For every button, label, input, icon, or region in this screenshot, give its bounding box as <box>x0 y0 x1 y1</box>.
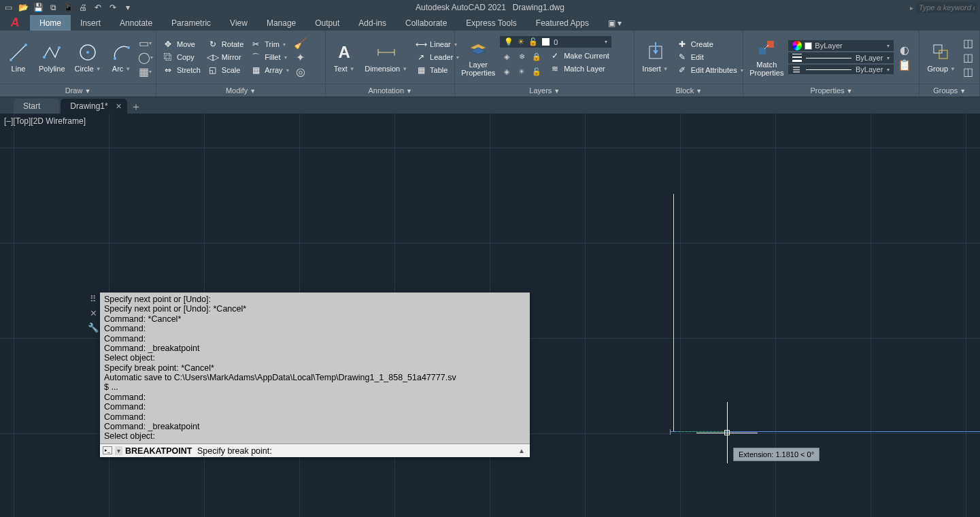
tab-annotate[interactable]: Annotate <box>110 15 162 31</box>
text-button[interactable]: A Text▼ <box>330 39 358 75</box>
makecurrent-button[interactable]: ✓Make Current <box>547 50 611 62</box>
plot-icon[interactable]: 🖨 <box>78 2 88 13</box>
open-icon[interactable]: 📂 <box>18 2 29 13</box>
tab-manage[interactable]: Manage <box>257 15 305 31</box>
scale-button[interactable]: ◱Scale <box>205 64 246 76</box>
command-history: Specify next point or [Undo]: Specify ne… <box>100 293 530 444</box>
search-input[interactable] <box>916 2 977 13</box>
tab-output[interactable]: Output <box>305 15 349 31</box>
cmd-expand-icon[interactable]: ▲ <box>516 447 527 454</box>
new-icon[interactable]: ▭ <box>3 2 14 13</box>
panel-title-properties[interactable]: Properties▼ <box>743 84 919 97</box>
cmd-handle[interactable]: ⠿ ✕ 🔧 <box>86 293 100 333</box>
close-icon[interactable]: ✕ <box>90 308 97 318</box>
save-icon[interactable]: 💾 <box>33 2 44 13</box>
array-button[interactable]: ▦Array▾ <box>248 64 290 76</box>
command-line[interactable]: BREAKATPOINT Specify break point: <box>125 446 513 456</box>
panel-title-layers[interactable]: Layers▼ <box>455 84 634 97</box>
cmd-recent-icon[interactable]: ▾ <box>115 446 122 455</box>
groupbbox-icon[interactable]: ◫ <box>962 65 975 78</box>
tab-start[interactable]: Start <box>14 99 59 114</box>
explode-icon[interactable]: ✦ <box>294 50 307 64</box>
svg-point-4 <box>58 46 61 49</box>
stretch-button[interactable]: ⇔Stretch <box>160 64 203 76</box>
undo-icon[interactable]: ↶ <box>92 2 103 13</box>
ungroup-icon[interactable]: ◫ <box>962 36 975 50</box>
tab-addins[interactable]: Add-ins <box>349 15 396 31</box>
chevron-down-icon[interactable]: ▼ <box>125 66 131 72</box>
line-button[interactable]: Line <box>4 39 33 75</box>
matchlayer-button[interactable]: ≋Match Layer <box>547 63 611 75</box>
tab-home[interactable]: Home <box>30 15 71 31</box>
linetype-dropdown[interactable]: ≡ByLayer ▾ <box>788 65 894 74</box>
layer-dropdown[interactable]: 💡 ☀ 🔓 0 ▾ <box>500 36 611 48</box>
tab-parametric[interactable]: Parametric <box>162 15 220 31</box>
chevron-down-icon[interactable]: ▼ <box>96 66 101 72</box>
close-icon[interactable]: ✕ <box>116 102 122 111</box>
rectangle-icon[interactable]: ▭ ▾ <box>139 36 152 50</box>
copy-button[interactable]: ⿻Copy <box>160 51 203 63</box>
arc-button[interactable]: Arc▼ <box>107 39 136 75</box>
edit-button[interactable]: ✎Edit <box>675 51 745 63</box>
layerunlock-icon[interactable]: 🔓 <box>530 65 543 78</box>
group-button[interactable]: Group▼ <box>924 39 959 75</box>
listprop-icon[interactable]: 📋 <box>898 58 911 71</box>
tab-drawing1[interactable]: Drawing1* ✕ <box>61 99 126 114</box>
rotate-icon: ↻ <box>207 39 218 50</box>
saveas-icon[interactable]: ⧉ <box>48 2 58 13</box>
circle-button[interactable]: Circle▼ <box>71 39 105 75</box>
panel-title-block[interactable]: Block▼ <box>635 84 743 97</box>
leader-button[interactable]: ↗Leader▾ <box>413 51 461 63</box>
tab-view[interactable]: View <box>220 15 257 31</box>
tab-overflow[interactable]: ▣ ▾ <box>598 15 631 31</box>
redo-icon[interactable]: ↷ <box>107 2 118 13</box>
command-window[interactable]: ⠿ ✕ 🔧 Specify next point or [Undo]: Spec… <box>100 293 530 457</box>
svg-point-8 <box>127 46 130 49</box>
panel-title-modify[interactable]: Modify▼ <box>156 84 325 97</box>
layerthaw-icon[interactable]: ☀ <box>515 65 528 78</box>
groupedit-icon[interactable]: ◫ <box>962 50 975 64</box>
layeroff-icon[interactable]: ◈ <box>500 50 513 63</box>
matchproperties-button[interactable]: MatchProperties <box>747 35 785 79</box>
hatch-icon[interactable]: ▦ ▾ <box>139 65 152 78</box>
linear-button[interactable]: ⟷Linear▾ <box>413 38 461 50</box>
view-label[interactable]: [–][Top][2D Wireframe] <box>4 116 86 126</box>
wrench-icon[interactable]: 🔧 <box>88 322 99 333</box>
color-dropdown[interactable]: ByLayer ▾ <box>788 40 894 51</box>
lineweight-dropdown[interactable]: ByLayer ▾ <box>788 52 894 63</box>
move-button[interactable]: ✥Move <box>160 38 203 50</box>
tab-expresstools[interactable]: Express Tools <box>456 15 526 31</box>
tab-insert[interactable]: Insert <box>71 15 110 31</box>
trim-button[interactable]: ✂Trim▾ <box>248 38 290 50</box>
polyline-button[interactable]: Polyline <box>35 39 69 75</box>
panel-title-annotation[interactable]: Annotation▼ <box>326 84 454 97</box>
offset-icon[interactable]: ◎ <box>294 65 307 78</box>
insert-button[interactable]: Insert▼ <box>639 39 671 75</box>
layerproperties-button[interactable]: LayerProperties <box>459 35 497 79</box>
dimension-button[interactable]: Dimension▼ <box>361 39 411 75</box>
new-tab-button[interactable]: ＋ <box>129 100 143 114</box>
grip-icon[interactable]: ⠿ <box>90 294 97 304</box>
tab-featuredapps[interactable]: Featured Apps <box>526 15 598 31</box>
table-button[interactable]: ▦Table <box>413 64 461 76</box>
mirror-icon: ◁▷ <box>207 52 218 63</box>
layerfreeze-icon[interactable]: ❄ <box>515 50 528 63</box>
vertical-line-object[interactable] <box>673 194 674 432</box>
create-button[interactable]: ✚Create <box>675 38 745 50</box>
command-input-row[interactable]: ▸_ ▾ BREAKATPOINT Specify break point: ▲ <box>100 444 530 457</box>
panel-title-draw[interactable]: Draw▼ <box>0 84 156 97</box>
fillet-button[interactable]: ⌒Fillet▾ <box>248 51 290 63</box>
rotate-button[interactable]: ↻Rotate <box>205 38 246 50</box>
web-mobile-icon[interactable]: 📱 <box>63 2 73 13</box>
panel-title-groups[interactable]: Groups▼ <box>919 84 979 97</box>
tab-collaborate[interactable]: Collaborate <box>396 15 456 31</box>
qat-more-icon[interactable]: ▾ <box>122 2 133 13</box>
layeriso-icon[interactable]: ◈ <box>500 65 513 78</box>
app-logo[interactable]: A <box>0 15 30 31</box>
ellipse-icon[interactable]: ◯ ▾ <box>139 50 152 64</box>
erase-icon[interactable]: 🧹 <box>294 36 307 50</box>
mirror-button[interactable]: ◁▷Mirror <box>205 51 246 63</box>
transparency-icon[interactable]: ◐ <box>898 43 911 56</box>
editattr-button[interactable]: ✐Edit Attributes▾ <box>675 64 745 76</box>
layerlock-icon[interactable]: 🔒 <box>530 50 543 63</box>
